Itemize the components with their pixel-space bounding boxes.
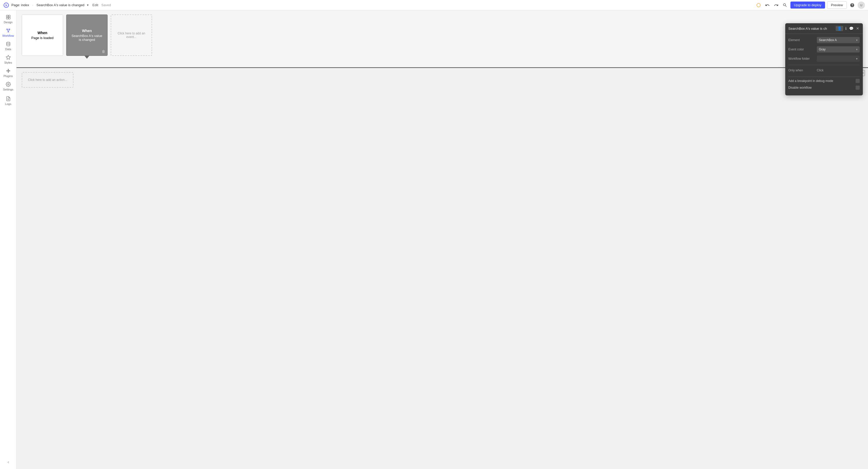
avatar[interactable]: U [858, 2, 865, 9]
svg-point-12 [6, 42, 10, 43]
upgrade-button[interactable]: Upgrade to deploy [790, 2, 825, 8]
props-only-when-value[interactable]: Click [817, 67, 860, 73]
actions-canvas: ✕ Click here to add an action... [17, 67, 868, 469]
main-layout: Design Workflow Data Styles [0, 10, 868, 469]
svg-text:b: b [5, 4, 7, 7]
trash-icon[interactable]: 🗑 [102, 50, 105, 54]
sidebar-item-styles[interactable]: Styles [1, 53, 16, 66]
props-row-workflow-folder: Workflow folder [788, 56, 860, 62]
event-card-searchbox-changed[interactable]: When SearchBox A's value is changed 🗑 [66, 14, 107, 56]
saved-label: Saved [101, 3, 111, 7]
props-row-only-when: Only when Click [788, 67, 860, 73]
svg-rect-4 [6, 17, 8, 19]
workflow-name-dropdown[interactable]: ▾ [86, 3, 89, 7]
sidebar-collapse-button[interactable] [4, 459, 12, 467]
redo-button[interactable] [773, 2, 779, 8]
event-card-title-searchbox: When [82, 29, 92, 33]
content-area: When Page is loaded When SearchBox A's v… [17, 10, 868, 469]
props-event-color-select[interactable]: Gray Red Blue [817, 46, 860, 53]
props-comment-icon[interactable]: 💬 [848, 26, 854, 31]
svg-line-9 [7, 30, 8, 32]
sidebar-item-logs[interactable]: Logs [1, 94, 16, 107]
trophy-icon[interactable] [755, 2, 762, 8]
separator: › [32, 3, 33, 7]
triangle-connector [84, 56, 90, 59]
props-user-icon[interactable]: 👤 [836, 26, 843, 31]
props-event-color-select-wrapper[interactable]: Gray Red Blue [817, 46, 860, 53]
topbar-right: Upgrade to deploy Preview U [755, 1, 865, 9]
page-title: Page: index [11, 3, 29, 7]
sidebar-item-plugins[interactable]: Plugins [1, 66, 16, 80]
svg-point-13 [7, 84, 9, 85]
props-only-when-label: Only when [788, 68, 817, 72]
workflow-name: SearchBox A's value is changed [36, 3, 84, 7]
sidebar-item-design[interactable]: Design [1, 12, 16, 26]
props-row-breakpoint: Add a breakpoint in debug mode [788, 79, 860, 83]
props-breakpoint-label: Add a breakpoint in debug mode [788, 79, 856, 83]
add-event-label: Click here to add an event... [115, 32, 148, 39]
sidebar-item-data[interactable]: Data [1, 39, 16, 53]
props-header-icons: 👤 ℹ 💬 ✕ [836, 26, 860, 31]
props-row-element: Element SearchBox A [788, 37, 860, 43]
add-action-label: Click here to add an action... [28, 78, 67, 82]
svg-point-7 [9, 29, 10, 29]
help-button[interactable] [849, 2, 856, 8]
props-workflow-folder-select[interactable] [817, 56, 860, 62]
undo-button[interactable] [764, 2, 771, 8]
props-breakpoint-checkbox[interactable] [856, 79, 860, 83]
svg-rect-2 [6, 15, 8, 17]
properties-panel: SearchBox A's value is ch 👤 ℹ 💬 ✕ Elemen… [785, 23, 863, 95]
svg-rect-3 [8, 15, 10, 17]
props-element-label: Element [788, 38, 817, 42]
logo: b [3, 2, 9, 8]
props-divider-2 [788, 76, 860, 77]
search-button[interactable] [782, 2, 788, 8]
props-element-select[interactable]: SearchBox A [817, 37, 860, 43]
props-disable-workflow-checkbox[interactable] [856, 86, 860, 90]
svg-rect-5 [8, 17, 10, 19]
props-row-disable-workflow: Disable workflow [788, 86, 860, 90]
props-disable-workflow-label: Disable workflow [788, 86, 856, 90]
svg-point-8 [8, 31, 8, 32]
props-title: SearchBox A's value is ch [788, 27, 834, 31]
svg-point-6 [6, 29, 7, 29]
props-info-icon[interactable]: ℹ [845, 26, 847, 31]
event-card-add[interactable]: Click here to add an event... [111, 14, 152, 56]
event-card-subtitle-searchbox: SearchBox A's value is changed [71, 34, 103, 42]
svg-line-10 [8, 30, 9, 32]
events-canvas: When Page is loaded When SearchBox A's v… [17, 10, 868, 67]
props-header: SearchBox A's value is ch 👤 ℹ 💬 ✕ [785, 23, 863, 34]
edit-label: Edit [92, 3, 98, 7]
props-row-event-color: Event color Gray Red Blue [788, 46, 860, 53]
event-card-title: When [37, 31, 47, 35]
event-card-page-loaded[interactable]: When Page is loaded [22, 14, 63, 56]
props-workflow-folder-label: Workflow folder [788, 57, 817, 61]
add-action-card[interactable]: Click here to add an action... [22, 72, 73, 88]
sidebar-item-settings[interactable]: Settings [1, 80, 16, 93]
props-element-select-wrapper[interactable]: SearchBox A [817, 37, 860, 43]
sidebar-item-workflow[interactable]: Workflow [1, 26, 16, 39]
event-card-subtitle-page-loaded: Page is loaded [31, 36, 54, 40]
props-event-color-label: Event color [788, 48, 817, 51]
sidebar: Design Workflow Data Styles [0, 10, 17, 469]
props-close-icon[interactable]: ✕ [856, 26, 860, 31]
preview-button[interactable]: Preview [827, 1, 847, 9]
topbar: b Page: index › SearchBox A's value is c… [0, 0, 868, 10]
props-workflow-folder-select-wrapper[interactable] [817, 56, 860, 62]
props-body: Element SearchBox A Event color Gray Red [785, 34, 863, 95]
